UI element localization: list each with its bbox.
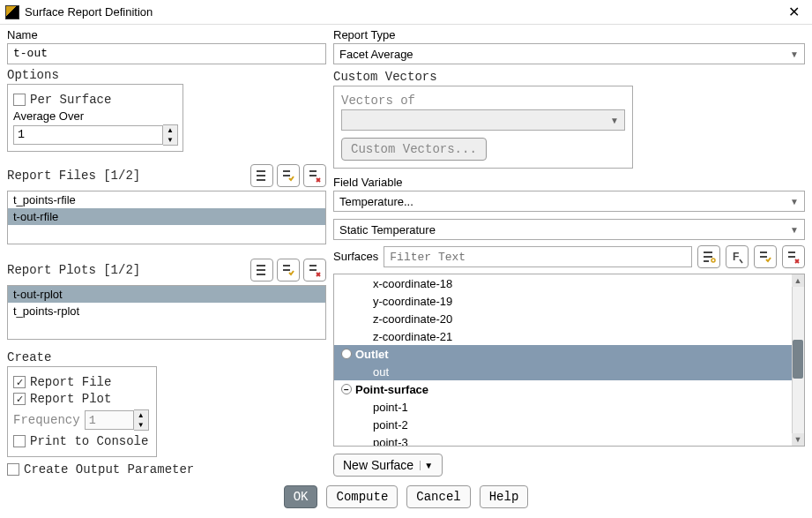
window-title: Surface Report Definition <box>25 5 780 19</box>
chevron-down-icon: ▼ <box>790 49 799 59</box>
compute-button[interactable]: Compute <box>326 485 398 508</box>
average-over-label: Average Over <box>13 109 177 123</box>
new-surface-button[interactable]: New Surface ▼ <box>333 454 443 477</box>
collapse-icon[interactable]: − <box>341 349 352 359</box>
vectors-of-label: Vectors of <box>341 94 625 108</box>
report-file-checkbox[interactable] <box>13 376 26 388</box>
surfaces-label: Surfaces <box>333 250 378 263</box>
create-output-param-checkbox[interactable] <box>7 463 19 476</box>
per-surface-label: Per Surface <box>30 93 111 107</box>
scroll-down-icon[interactable]: ▼ <box>792 433 804 446</box>
tree-group-point-surface[interactable]: −Point-surface <box>334 380 804 398</box>
custom-vectors-label: Custom Vectors <box>333 70 805 84</box>
surfaces-filter-icon[interactable]: F <box>726 245 749 268</box>
report-plot-label: Report Plot <box>30 392 111 406</box>
report-files-label: Report Files [1/2] <box>7 169 140 183</box>
scrollbar[interactable]: ▲ ▼ <box>792 274 804 446</box>
list-item[interactable]: t-out-rplot <box>8 286 325 303</box>
options-label: Options <box>7 68 326 82</box>
tree-group-outlet[interactable]: −Outlet <box>334 345 804 363</box>
report-file-label: Report File <box>30 375 111 389</box>
plots-select-icon[interactable] <box>277 259 300 282</box>
list-item[interactable]: t_points-rplot <box>8 303 325 319</box>
files-select-icon[interactable] <box>277 164 300 187</box>
field-var2-value: Static Temperature <box>339 223 436 236</box>
surfaces-clear-icon[interactable] <box>782 245 805 268</box>
chevron-down-icon: ▼ <box>790 197 799 206</box>
tree-item[interactable]: point-2 <box>334 416 804 433</box>
tree-item[interactable]: z-coordinate-21 <box>334 327 804 345</box>
tree-item[interactable]: point-1 <box>334 398 804 416</box>
plots-list-icon[interactable] <box>250 259 273 282</box>
frequency-label: Frequency <box>13 413 80 427</box>
vectors-of-dropdown: ▼ <box>341 109 625 131</box>
chevron-down-icon: ▼ <box>610 116 619 125</box>
report-files-list[interactable]: t_points-rfile t-out-rfile <box>7 191 326 245</box>
surfaces-sort-icon[interactable] <box>697 245 720 268</box>
name-input[interactable] <box>7 43 326 64</box>
tree-item-out[interactable]: out <box>334 363 804 380</box>
help-button[interactable]: Help <box>480 485 529 508</box>
tree-item[interactable]: z-coordinate-20 <box>334 310 804 327</box>
scrollbar-thumb[interactable] <box>793 340 803 379</box>
avg-up-icon[interactable]: ▲ <box>163 125 177 135</box>
tree-item[interactable]: point-3 <box>334 433 804 447</box>
tree-item[interactable]: x-coordinate-18 <box>334 274 804 292</box>
frequency-input <box>85 410 134 430</box>
cancel-button[interactable]: Cancel <box>406 485 470 508</box>
field-var2-dropdown[interactable]: Static Temperature ▼ <box>333 219 805 240</box>
chevron-down-icon: ▼ <box>420 461 433 470</box>
field-variable-label: Field Variable <box>333 176 805 189</box>
report-plots-list[interactable]: t-out-rplot t_points-rplot <box>7 285 326 340</box>
app-icon <box>5 5 19 19</box>
surfaces-tree[interactable]: x-coordinate-18 y-coordinate-19 z-coordi… <box>333 274 805 447</box>
tree-item[interactable]: y-coordinate-19 <box>334 292 804 310</box>
print-console-label: Print to Console <box>30 434 148 448</box>
report-plots-label: Report Plots [1/2] <box>7 263 140 277</box>
report-type-label: Report Type <box>333 28 805 41</box>
ok-button[interactable]: OK <box>284 485 318 508</box>
chevron-down-icon: ▼ <box>790 225 799 235</box>
list-item[interactable]: t-out-rfile <box>8 208 325 225</box>
create-label: Create <box>7 350 326 364</box>
freq-up-icon[interactable]: ▲ <box>134 410 148 420</box>
freq-down-icon[interactable]: ▼ <box>134 420 148 430</box>
surfaces-filter-input[interactable] <box>384 246 692 267</box>
avg-down-icon[interactable]: ▼ <box>163 135 177 145</box>
report-plot-checkbox[interactable] <box>13 393 26 405</box>
report-type-value: Facet Average <box>339 48 413 61</box>
surfaces-select-icon[interactable] <box>754 245 777 268</box>
name-label: Name <box>7 28 326 41</box>
per-surface-checkbox[interactable] <box>13 94 26 106</box>
field-var1-dropdown[interactable]: Temperature... ▼ <box>333 191 805 212</box>
create-output-param-label: Create Output Parameter <box>24 462 194 477</box>
average-over-input[interactable] <box>13 125 163 145</box>
list-item[interactable]: t_points-rfile <box>8 191 325 208</box>
files-list-icon[interactable] <box>250 164 273 187</box>
close-icon[interactable]: ✕ <box>780 4 807 20</box>
field-var1-value: Temperature... <box>339 195 413 208</box>
collapse-icon[interactable]: − <box>341 384 352 394</box>
svg-point-0 <box>711 259 715 262</box>
svg-text:F: F <box>733 251 739 263</box>
report-type-dropdown[interactable]: Facet Average ▼ <box>333 43 805 64</box>
plots-clear-icon[interactable] <box>303 259 326 282</box>
custom-vectors-button[interactable]: Custom Vectors... <box>341 138 487 161</box>
print-console-checkbox[interactable] <box>13 435 26 447</box>
files-clear-icon[interactable] <box>303 164 326 187</box>
scroll-up-icon[interactable]: ▲ <box>792 274 804 287</box>
